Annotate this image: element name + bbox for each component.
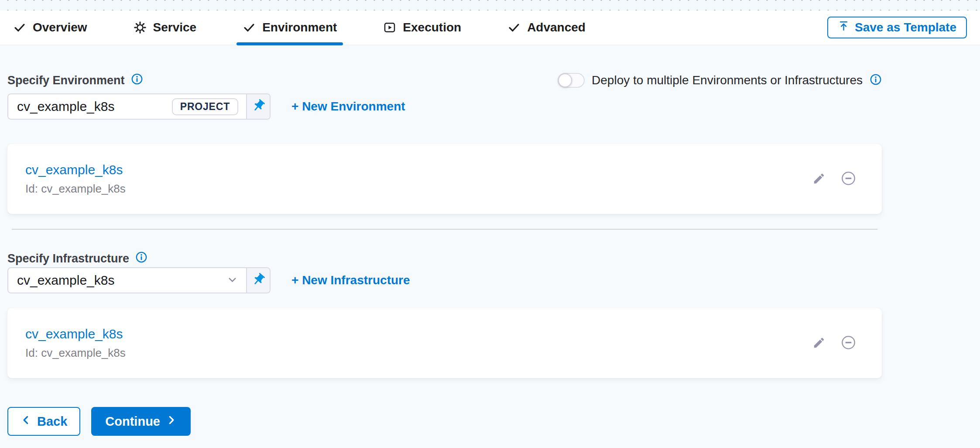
- infrastructure-card-title-link[interactable]: cv_example_k8s: [25, 327, 123, 341]
- pencil-icon: [812, 172, 826, 186]
- environment-card: cv_example_k8s Id: cv_example_k8s: [7, 144, 882, 214]
- chevron-right-icon: [165, 414, 177, 429]
- pushpin-icon: [251, 272, 266, 289]
- pin-infrastructure-button[interactable]: [246, 268, 270, 293]
- specify-environment-text: Specify Environment: [7, 74, 125, 87]
- infrastructure-select-value: cv_example_k8s: [17, 273, 114, 288]
- pin-environment-button[interactable]: [246, 94, 270, 119]
- save-as-template-label: Save as Template: [855, 21, 956, 34]
- remove-environment-button[interactable]: [840, 170, 857, 188]
- check-icon: [243, 21, 256, 34]
- tab-service[interactable]: Service: [134, 10, 197, 45]
- chevron-left-icon: [21, 414, 32, 429]
- tab-label: Service: [153, 21, 197, 34]
- info-icon[interactable]: [131, 73, 143, 88]
- environment-select[interactable]: cv_example_k8s PROJECT: [7, 93, 271, 120]
- toggle-knob: [558, 73, 572, 87]
- pencil-icon: [812, 336, 826, 351]
- tab-label: Overview: [33, 21, 87, 34]
- upload-icon: [838, 20, 850, 35]
- info-icon[interactable]: [135, 251, 147, 266]
- wizard-footer: Back Continue: [7, 407, 882, 436]
- infrastructure-card-actions: [812, 334, 857, 352]
- back-label: Back: [37, 414, 67, 429]
- edit-infrastructure-button[interactable]: [812, 336, 826, 351]
- section-divider: [12, 229, 877, 230]
- deploy-stage-config-page: Overview Service Environment Execution A…: [0, 0, 980, 436]
- specify-infrastructure-text: Specify Infrastructure: [7, 252, 129, 265]
- play-square-icon: [383, 21, 396, 34]
- environment-card-actions: [812, 170, 857, 188]
- remove-infrastructure-button[interactable]: [840, 334, 857, 352]
- minus-circle-icon: [840, 170, 857, 188]
- environment-card-title-link[interactable]: cv_example_k8s: [25, 162, 123, 177]
- chevron-down-icon: [226, 274, 238, 287]
- gear-icon: [134, 21, 147, 34]
- infrastructure-card-id: Id: cv_example_k8s: [25, 346, 126, 360]
- infrastructure-card-text: cv_example_k8s Id: cv_example_k8s: [25, 327, 126, 360]
- pipeline-canvas-dot-grid: [0, 0, 980, 10]
- continue-button[interactable]: Continue: [91, 407, 191, 436]
- deploy-multiple-toggle[interactable]: [558, 73, 585, 88]
- environment-select-value: cv_example_k8s: [17, 99, 114, 114]
- deploy-multiple-toggle-label: Deploy to multiple Environments or Infra…: [592, 73, 863, 87]
- pushpin-icon: [251, 99, 266, 115]
- environment-select-main: cv_example_k8s PROJECT: [8, 94, 246, 119]
- tab-execution[interactable]: Execution: [383, 10, 461, 45]
- stage-tab-bar: Overview Service Environment Execution A…: [0, 10, 980, 45]
- check-icon: [507, 21, 521, 34]
- tab-label: Advanced: [527, 21, 586, 34]
- tab-label: Environment: [262, 21, 337, 34]
- check-icon: [13, 21, 26, 34]
- environment-scope-badge: PROJECT: [172, 98, 238, 115]
- save-as-template-button[interactable]: Save as Template: [827, 17, 967, 38]
- infrastructure-select-main: cv_example_k8s: [8, 268, 246, 293]
- tab-environment[interactable]: Environment: [243, 10, 337, 45]
- info-icon[interactable]: [870, 73, 882, 87]
- tab-overview[interactable]: Overview: [13, 10, 87, 45]
- environment-card-id: Id: cv_example_k8s: [25, 182, 126, 196]
- minus-circle-icon: [840, 334, 857, 352]
- back-button[interactable]: Back: [7, 407, 80, 436]
- tab-label: Execution: [403, 21, 461, 34]
- specify-infrastructure-label: Specify Infrastructure: [7, 251, 147, 266]
- environment-card-text: cv_example_k8s Id: cv_example_k8s: [25, 162, 126, 196]
- specify-environment-label: Specify Environment: [7, 73, 143, 88]
- infrastructure-select[interactable]: cv_example_k8s: [7, 267, 271, 293]
- environment-tab-content: Specify Environment Deploy to multiple E…: [0, 72, 980, 436]
- infrastructure-card: cv_example_k8s Id: cv_example_k8s: [7, 308, 882, 378]
- tab-advanced[interactable]: Advanced: [507, 10, 586, 45]
- deploy-multiple-toggle-group: Deploy to multiple Environments or Infra…: [558, 73, 882, 88]
- new-infrastructure-link[interactable]: + New Infrastructure: [291, 273, 410, 287]
- continue-label: Continue: [105, 414, 160, 429]
- edit-environment-button[interactable]: [812, 172, 826, 186]
- new-environment-link[interactable]: + New Environment: [291, 100, 405, 114]
